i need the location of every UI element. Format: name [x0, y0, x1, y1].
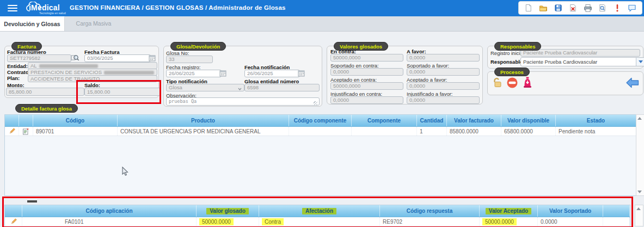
new-document-icon[interactable]	[524, 3, 533, 13]
cell-cantidad: 1	[417, 127, 447, 136]
redacted-text	[39, 64, 98, 68]
edit-note-icon[interactable]	[19, 127, 33, 136]
responsable-select[interactable]: Paciente Prueba Cardiovascular	[520, 57, 644, 66]
tab-carga-masiva[interactable]: Carga Masiva	[64, 16, 123, 30]
col-valor-facturado[interactable]: Valor facturado	[447, 115, 501, 126]
detalle-grid-header: Código Producto Código componente Compon…	[5, 115, 636, 127]
injustificado-en-contra-field: 0,0000	[330, 96, 403, 104]
col-afectacion[interactable]: Afectación	[259, 205, 380, 217]
fecha-registro-field[interactable]: 26/06/2025	[166, 70, 222, 77]
pencil-icon	[10, 218, 17, 225]
cell-valor-disponible: 65800.0000	[501, 127, 556, 136]
saldo-field: 15,800.00	[84, 88, 161, 96]
procesos-panel-title: Procesos	[494, 68, 530, 76]
alert-icon[interactable]	[613, 3, 622, 13]
imedical-logo: iMedical Tecnología en salud	[24, 1, 76, 15]
valores-glosados-panel: Valores glosados En contra: 50000,0000 A…	[327, 46, 483, 105]
aplicacion-grid: Código aplicación Valor glosado Afectaci…	[4, 205, 630, 226]
cell-afectacion: Contra	[259, 217, 380, 226]
plan-label: Plan:	[7, 75, 20, 81]
edit-row-icon[interactable]	[5, 217, 22, 226]
action-toolbar	[518, 1, 642, 15]
scroll-down-arrow[interactable]	[637, 191, 642, 193]
col-cantidad[interactable]: Cantidad	[417, 115, 447, 126]
contrato-label: Contrato:	[7, 69, 30, 75]
edit-row-icon[interactable]	[5, 127, 19, 136]
tab-devolucion-y-glosas[interactable]: Devolución y Glosas	[0, 16, 65, 31]
en-contra-field: 50000,0000	[330, 54, 403, 62]
col-valor-soportado[interactable]: Valor Soportado	[538, 205, 603, 217]
redacted-text	[104, 71, 154, 75]
col-valor-glosado[interactable]: Valor glosado	[197, 205, 259, 217]
cell-valor-aceptado: 50000.0000	[480, 217, 538, 226]
entidad-label: Entidad:	[7, 63, 28, 69]
responsables-panel-title: Responsables	[494, 42, 541, 51]
tipo-notificacion-select[interactable]: Glosa	[166, 84, 244, 91]
detalle-table-row[interactable]: 890701 CONSULTA DE URGENCIAS POR MEDICIN…	[5, 127, 636, 136]
detalle-factura-glosa-title: Detalle factura glosa	[15, 104, 78, 113]
open-folder-icon[interactable]	[538, 3, 548, 13]
factura-numero-field[interactable]: SETT279582	[7, 54, 71, 62]
filler-cell	[603, 217, 630, 226]
col-codigo-componente[interactable]: Código componente	[289, 115, 352, 126]
cell-codigo-aplicacion: FA0101	[22, 217, 197, 226]
plan-field: ACCIDENTES DE TRANSITO	[28, 75, 157, 82]
factura-panel-title: Factura	[11, 42, 42, 51]
collapse-handle[interactable]	[27, 200, 37, 203]
print-icon[interactable]	[583, 3, 592, 13]
bell-download-icon[interactable]	[522, 76, 533, 90]
save-icon[interactable]	[554, 3, 563, 13]
fecha-notificacion-field[interactable]: 26/06/2025	[244, 70, 300, 77]
col-codigo-aplicacion[interactable]: Código aplicación	[22, 205, 197, 217]
calendar-icon[interactable]	[219, 70, 226, 77]
procesos-panel: Procesos	[487, 71, 643, 95]
calendar-icon[interactable]	[149, 54, 156, 62]
stop-icon[interactable]	[506, 77, 518, 90]
menu-icon[interactable]	[8, 5, 17, 11]
filler-column-header	[603, 205, 630, 217]
chevron-down-icon	[639, 60, 643, 63]
cell-producto: CONSULTA DE URGENCIAS POR MEDICINA GENER…	[118, 127, 289, 136]
logo-text: iMedical	[29, 3, 60, 12]
a-favor-field: 0,0000	[407, 54, 480, 62]
col-estado[interactable]: Estado	[556, 115, 636, 126]
col-valor-disponible[interactable]: Valor disponible	[501, 115, 556, 126]
dropdown-button[interactable]	[636, 58, 644, 66]
aceptado-en-contra-field: 50000,0000	[330, 82, 403, 90]
cell-estado: Pendiente nota	[556, 127, 636, 136]
export-excel-icon[interactable]	[568, 3, 578, 13]
soportado-a-favor-field: 0,0000	[407, 68, 480, 76]
aplicacion-grid-header: Código aplicación Valor glosado Afectaci…	[5, 205, 630, 217]
aceptado-a-favor-field: 0,0000	[407, 82, 480, 90]
back-arrow-icon[interactable]	[626, 77, 639, 89]
comment-icon[interactable]	[628, 3, 637, 13]
cell-componente	[352, 127, 417, 136]
cell-valor-soportado: 0.0000	[538, 217, 603, 226]
cell-codigo-componente	[289, 127, 352, 136]
col-codigo[interactable]: Código	[33, 115, 118, 126]
aplicacion-scrollbar[interactable]	[635, 205, 643, 226]
cell-valor-facturado: 85800.0000	[447, 127, 501, 136]
observacion-textarea[interactable]: pruebas Qa	[166, 97, 320, 106]
responsables-panel: Responsables Registro inicial: Paciente …	[487, 46, 643, 69]
scroll-up-arrow[interactable]	[636, 207, 641, 210]
print-preview-icon[interactable]	[598, 3, 607, 13]
glosa-devolucion-panel: Glosa/Devolución Glosa No: 33 Fecha regi…	[163, 46, 322, 107]
glosas-admin-window: iMedical Tecnología en salud GESTION FIN…	[0, 0, 644, 227]
soportado-en-contra-field: 0,0000	[330, 68, 403, 76]
calendar-icon[interactable]	[298, 70, 305, 77]
pencil-icon	[8, 127, 16, 135]
detalle-scrollbar[interactable]	[636, 114, 644, 196]
col-codigo-respuesta[interactable]: Código respuesta	[380, 205, 480, 217]
edit-column-header	[5, 115, 19, 126]
col-producto[interactable]: Producto	[118, 115, 289, 126]
aplicacion-table-row[interactable]: FA0101 50000.0000 Contra RE9702 50000.00…	[5, 217, 630, 226]
responsable-label: Responsable	[490, 59, 523, 65]
scroll-up-arrow[interactable]	[637, 117, 642, 120]
unlock-icon[interactable]	[491, 77, 503, 90]
col-valor-aceptado[interactable]: Valor Aceptado	[480, 205, 538, 217]
fecha-factura-field[interactable]: 03/06/2025	[84, 54, 151, 62]
monto-field: 85,800.00	[6, 88, 84, 96]
col-componente[interactable]: Componente	[352, 115, 417, 126]
resize-grip-icon[interactable]	[314, 101, 317, 105]
